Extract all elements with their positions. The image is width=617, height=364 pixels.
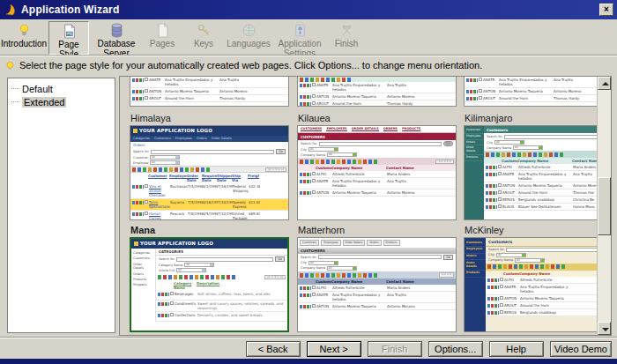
- filter-dropdown: All: [327, 266, 357, 271]
- style-thumbnail-mckinley[interactable]: CustomersEmployeesOrdersOrder DetailsPro…: [464, 237, 597, 332]
- preview-table-row: AROUTAround the Horn: [486, 302, 597, 309]
- table-cell: ANTON: [504, 296, 520, 301]
- column-header: Category Name: [174, 281, 197, 290]
- column-header: Required Date: [202, 174, 217, 182]
- table-cell: Ana Trujillo: [387, 179, 422, 183]
- row-action-icons: [487, 297, 499, 301]
- row-action-icons: [132, 78, 144, 82]
- preview-search-row: Search forGo: [484, 133, 597, 140]
- style-thumbnail-kilimanjaro[interactable]: CustomersEmployeesOrdersOrder DetailsPro…: [464, 125, 597, 220]
- table-cell: Thomas Hardy: [387, 101, 422, 106]
- nav-item: ORDER DETAILS: [352, 127, 379, 131]
- table-cell: Antonio Moreno Taqueria: [165, 89, 219, 93]
- nav-item: Orders: [465, 254, 486, 261]
- row-checkbox: [500, 278, 503, 281]
- style-thumbnail-kilauea[interactable]: CUSTOMERSEMPLOYEESORDER DETAILSORDERSPRO…: [297, 125, 457, 220]
- step-label: Finish: [335, 40, 359, 49]
- table-cell: 7/4/1996: [188, 184, 203, 189]
- row-checkbox: [498, 172, 502, 175]
- preview-table: Vins et alcools ChevalierBuchanan7/4/199…: [130, 183, 288, 220]
- preview-table-row: ANTONAntonio Moreno TaqueriaAntonio More: [484, 182, 597, 189]
- preview-side-nav: CustomersEmployeesOrdersOrder DetailsPro…: [465, 126, 484, 219]
- tree-item-extended[interactable]: Extended: [10, 95, 113, 108]
- column-header: Company Name: [331, 279, 386, 284]
- row-checkbox: [312, 190, 316, 194]
- table-cell: Antonio Moreno: [554, 89, 589, 93]
- preview-table-row: ANATRAna Trujillo Emparedados y helados: [486, 284, 597, 295]
- tree-item-default[interactable]: Default: [10, 82, 113, 95]
- style-gallery: ANATRAna Trujillo Emparedados y heladosA…: [120, 77, 597, 335]
- wizard-steps: Introduction Page Style Database Server …: [0, 19, 617, 55]
- step-introduction[interactable]: Introduction: [2, 21, 46, 55]
- help-button[interactable]: Help: [489, 341, 544, 357]
- table-cell: Antonio Moreno: [387, 190, 422, 195]
- style-thumbnail-matterhorn[interactable]: CustomersEmployeesOrder DetailsOrdersPro…: [297, 237, 457, 332]
- back-button[interactable]: < Back: [246, 341, 301, 357]
- style-thumbnail-mana-selected[interactable]: YOUR APPLICATION LOGO CategoriesCustomer…: [130, 237, 289, 332]
- style-thumbnail-partial-3[interactable]: ANATRAna Trujillo Emparedados y heladosA…: [464, 77, 597, 107]
- style-thumbnail-partial-1[interactable]: ANATRAna Trujillo Emparedados y heladosA…: [130, 77, 289, 107]
- column-header: Contact Name: [386, 279, 421, 284]
- style-label-himalaya: Himalaya: [130, 113, 171, 124]
- preview-table-row: ANATRAna Trujillo Emparedados y heladosA…: [298, 178, 456, 189]
- close-button[interactable]: ×: [599, 4, 613, 16]
- scrollbar-thumb[interactable]: [598, 177, 611, 235]
- pager: << < 1: [439, 272, 454, 278]
- table-cell: $65.83: [249, 212, 260, 216]
- scroll-up-button[interactable]: [598, 77, 611, 90]
- row-checkbox: [145, 212, 148, 215]
- go-button: Go: [443, 255, 453, 260]
- dialog-buttons: < Back Next > Finish Options... Help Vid…: [246, 341, 612, 357]
- table-cell: United Package: [233, 212, 249, 220]
- column-header: Company Name: [519, 271, 574, 276]
- preview-table-row: ANATRAna Trujillo Emparedados y heladosA…: [130, 77, 288, 88]
- step-finish: Finish: [329, 21, 364, 55]
- style-thumbnail-himalaya[interactable]: YOUR APPLICATION LOGO CategoriesCustomer…: [130, 125, 289, 220]
- step-page-style[interactable]: Page Style: [48, 21, 89, 55]
- table-cell: Condiments: [175, 301, 197, 306]
- table-cell: Peacock: [170, 212, 188, 216]
- step-label: Languages: [227, 40, 271, 49]
- table-cell: Antonio Moreno Taqueria: [518, 183, 573, 188]
- search-box: [318, 255, 442, 259]
- row-action-icons: [300, 95, 311, 99]
- table-cell: Around the Horn: [518, 190, 573, 195]
- row-checkbox: [170, 301, 174, 305]
- row-action-icons: [487, 311, 499, 315]
- preview-nav: CategoriesCustomersEmployeesOrdersOrder …: [130, 136, 288, 142]
- nav-item: Employees: [465, 134, 484, 140]
- table-cell: ANTON: [483, 89, 499, 93]
- row-checkbox: [170, 313, 174, 316]
- preview-section-title: CUSTOMERS: [298, 133, 456, 140]
- nav-item: Products: [383, 240, 400, 246]
- gallery-scrollbar[interactable]: [597, 77, 611, 335]
- table-cell: Alfreds Futterkiste: [520, 278, 575, 282]
- preview-search-row: Search forGo: [156, 256, 287, 263]
- table-cell: Sweet and savory sauces, relishes, sprea…: [197, 301, 286, 310]
- finish-flags-icon: [338, 23, 355, 38]
- column-header: Description: [197, 281, 286, 290]
- nav-item: Order Details: [465, 145, 484, 155]
- row-checkbox: [312, 304, 316, 308]
- video-demo-button[interactable]: Video Demo: [550, 341, 612, 357]
- column-header: Customer ID: [316, 279, 331, 284]
- options-button[interactable]: Options...: [428, 341, 483, 357]
- pager: |< < 1 > >|: [265, 167, 286, 173]
- preview-table-row: ANATRAna Trujillo Emparedados y heladosA…: [484, 171, 597, 182]
- nav-item: Customers: [465, 128, 484, 134]
- step-label: Pages: [150, 40, 175, 49]
- toolbar-icons: [487, 264, 565, 269]
- row-checkbox: [498, 204, 502, 208]
- style-thumbnail-partial-2[interactable]: ANATRAna Trujillo Emparedados y heladosA…: [297, 77, 457, 107]
- table-cell: 8/1/1996: [203, 184, 218, 189]
- step-database-server[interactable]: Database Server: [92, 21, 141, 55]
- table-cell: ANTON: [316, 94, 332, 99]
- row-action-icons: [300, 286, 311, 290]
- scroll-down-button[interactable]: [598, 322, 611, 335]
- nav-item: Orders: [367, 240, 381, 246]
- row-checkbox: [498, 190, 502, 194]
- preview-table-row: AROUTAround the HornThomas Hardy: [465, 95, 597, 102]
- go-button: GO: [443, 141, 453, 146]
- preview-nav: CUSTOMERSEMPLOYEESORDER DETAILSORDERSPRO…: [298, 126, 456, 133]
- next-button[interactable]: Next >: [307, 341, 361, 357]
